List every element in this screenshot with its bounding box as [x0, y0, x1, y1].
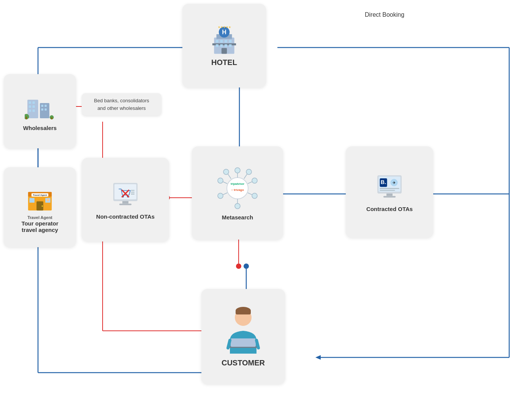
svg-rect-50 [29, 110, 31, 112]
svg-line-91 [223, 182, 227, 184]
svg-rect-38 [216, 44, 218, 47]
wholesalers-icon [25, 91, 55, 122]
hotel-node: H ★★★★★ HOTEL [182, 4, 266, 87]
contracted-icon: B. ✈ [374, 172, 405, 203]
metasearch-label: Metasearch [222, 214, 253, 221]
contracted-label: Contracted OTAs [366, 206, 413, 212]
travel-agent-label: Travel Agent Tour operatortravel agency [21, 214, 58, 233]
non-contracted-icon [110, 180, 141, 210]
non-contracted-label: Non-contracted OTAs [96, 213, 155, 220]
svg-rect-107 [380, 188, 399, 189]
svg-point-86 [252, 193, 257, 198]
svg-text:Travel Agent: Travel Agent [33, 194, 47, 196]
svg-point-85 [218, 193, 223, 198]
customer-node: CUSTOMER [201, 289, 285, 384]
contracted-node: B. ✈ Contracted OTAs [346, 146, 433, 238]
svg-line-94 [248, 193, 252, 195]
svg-rect-37 [229, 40, 231, 43]
diagram-container: H ★★★★★ HOTEL [0, 0, 532, 408]
svg-marker-3 [315, 355, 321, 360]
svg-point-23 [236, 264, 241, 269]
svg-rect-40 [225, 44, 227, 47]
svg-point-84 [252, 178, 257, 183]
svg-rect-78 [131, 192, 135, 192]
svg-rect-35 [220, 40, 223, 43]
travel-agent-node: Travel Agent Travel Agent Tour operatort… [4, 167, 76, 247]
svg-line-96 [244, 174, 247, 179]
svg-rect-42 [222, 48, 227, 54]
svg-rect-46 [29, 102, 31, 104]
hotel-label: HOTEL [211, 58, 237, 67]
svg-rect-113 [231, 338, 256, 347]
svg-rect-55 [44, 108, 46, 110]
svg-rect-77 [131, 190, 135, 191]
svg-rect-34 [216, 40, 218, 43]
svg-point-81 [235, 168, 240, 173]
svg-rect-48 [29, 105, 31, 108]
metasearch-icon: tripadvisor ○ trivago [215, 165, 260, 211]
svg-point-65 [41, 205, 43, 207]
wholesalers-node: Wholesalers [4, 74, 76, 148]
customer-icon [222, 306, 264, 356]
svg-rect-111 [236, 310, 251, 314]
svg-rect-49 [32, 105, 35, 108]
bed-banks-text: Bed banks, consolidatorsand other wholes… [94, 98, 149, 111]
svg-text:H: H [222, 29, 226, 35]
travel-agent-sublabel: Tour operatortravel agency [21, 220, 58, 233]
svg-point-83 [218, 178, 223, 183]
svg-rect-54 [41, 108, 43, 110]
svg-point-87 [223, 169, 229, 175]
svg-point-88 [246, 169, 252, 175]
direct-booking-label: Direct Booking [365, 11, 404, 18]
svg-rect-53 [44, 105, 46, 107]
non-contracted-node: Non-contracted OTAs [82, 158, 169, 241]
svg-text:tripadvisor: tripadvisor [231, 183, 244, 186]
svg-rect-47 [32, 102, 35, 104]
svg-text:✈: ✈ [393, 181, 396, 185]
svg-point-12 [244, 264, 249, 269]
svg-line-92 [248, 182, 252, 184]
svg-rect-52 [41, 105, 43, 107]
svg-line-93 [223, 193, 227, 195]
svg-line-95 [228, 174, 231, 179]
svg-line-114 [228, 340, 230, 348]
svg-rect-102 [383, 196, 396, 197]
svg-rect-39 [220, 44, 223, 47]
metasearch-node: tripadvisor ○ trivago Metasearch [192, 146, 283, 240]
svg-rect-57 [26, 117, 27, 119]
svg-line-115 [256, 340, 258, 348]
customer-label: CUSTOMER [222, 359, 265, 367]
svg-point-68 [47, 198, 49, 201]
svg-rect-108 [380, 190, 395, 191]
svg-rect-36 [225, 40, 227, 43]
svg-point-82 [235, 203, 240, 209]
svg-rect-51 [32, 110, 35, 112]
travel-agent-icon: Travel Agent [25, 182, 55, 212]
bed-banks-tooltip: Bed banks, consolidatorsand other wholes… [82, 93, 162, 116]
svg-rect-41 [229, 44, 231, 47]
svg-rect-59 [51, 117, 52, 119]
svg-rect-66 [29, 198, 34, 202]
svg-text:B.: B. [381, 179, 386, 185]
svg-text:○ trivago: ○ trivago [231, 188, 244, 192]
svg-rect-71 [122, 201, 128, 203]
wholesalers-label: Wholesalers [23, 125, 57, 131]
svg-text:★★★★★: ★★★★★ [218, 25, 231, 29]
hotel-icon: H ★★★★★ [209, 25, 239, 55]
svg-rect-72 [119, 203, 131, 205]
svg-rect-79 [131, 194, 135, 194]
svg-rect-101 [386, 194, 393, 196]
